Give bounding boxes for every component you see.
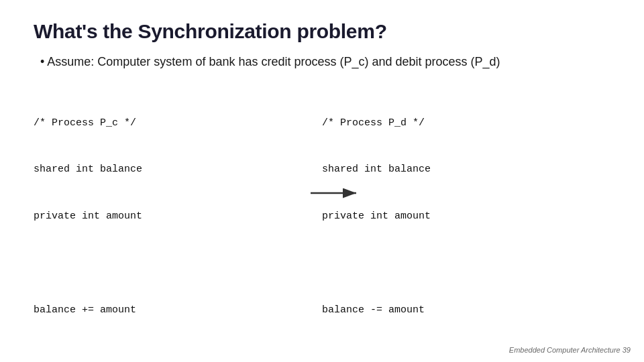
footer-text: Embedded Computer Architecture 39 (509, 346, 631, 354)
pc-line1: shared int balance (34, 162, 322, 177)
pd-line2: private int amount (322, 208, 610, 224)
pd-comment: /* Process P_d */ (322, 115, 610, 131)
pc-operation: balance += amount (34, 302, 322, 318)
pc-blank (34, 255, 322, 271)
pc-blank2 (34, 349, 322, 362)
process-c-block: /* Process P_c */ shared int balance pri… (34, 84, 322, 362)
process-d-code: /* Process P_d */ shared int balance pri… (322, 84, 610, 362)
arrow-icon (311, 183, 364, 203)
process-c-code: /* Process P_c */ shared int balance pri… (34, 84, 322, 362)
code-columns: /* Process P_c */ shared int balance pri… (34, 84, 610, 362)
pc-line2: private int amount (34, 208, 322, 224)
slide: What's the Synchronization problem? Assu… (0, 0, 644, 362)
pd-blank (322, 255, 610, 271)
process-d-block: /* Process P_d */ shared int balance pri… (322, 84, 610, 362)
bullet-text: Assume: Computer system of bank has cred… (34, 55, 610, 69)
pc-comment: /* Process P_c */ (34, 115, 322, 131)
slide-title: What's the Synchronization problem? (34, 20, 610, 43)
pd-line1: shared int balance (322, 162, 610, 177)
pd-operation: balance -= amount (322, 302, 610, 318)
